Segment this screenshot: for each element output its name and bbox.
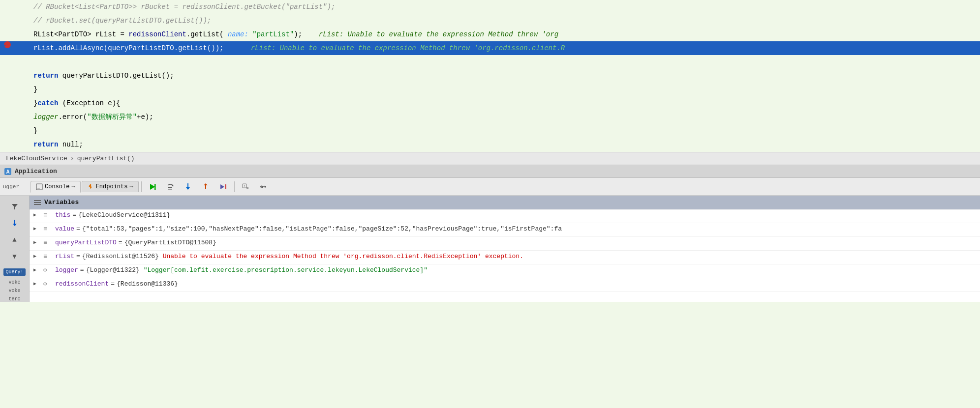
code-text: return queryPartListDTO.getList(); [30, 72, 980, 80]
debug-left-sidebar: ▲ ▼ Query! voke voke terc [0, 196, 30, 302]
svg-marker-4 [150, 184, 155, 190]
invoke-label1: voke [8, 280, 20, 285]
code-text: // rBucket.set(queryPartListDTO.getList(… [30, 17, 980, 25]
svg-rect-22 [14, 220, 15, 224]
svg-text:_: _ [37, 185, 40, 189]
code-line: } [0, 124, 980, 138]
invoke-label2: voke [8, 288, 20, 293]
scroll-up-button[interactable]: ▲ [8, 233, 22, 247]
var-expand-rList[interactable] [33, 253, 43, 259]
code-editor: // RBucket<List<PartDTO>> rBucket = redi… [0, 0, 980, 152]
var-icon-redissonClient: ⚙ [43, 280, 53, 288]
debug-toolbar: ugger _ Console → Endpoints → [0, 178, 980, 196]
step-over-button[interactable] [162, 181, 179, 193]
var-name-redissonClient: redissonClient [55, 280, 109, 288]
code-text: RList<PartDTO> rList = redissonClient.ge… [30, 30, 980, 38]
breadcrumb-service: LekeCloudService [6, 155, 67, 162]
var-row-redissonClient: ⚙ redissonClient = {Redisson@11336} [30, 278, 980, 292]
app-icon: A [4, 168, 12, 175]
debug-string-val: "partList" [252, 30, 294, 38]
code-text: logger.error("数据解析异常"+e); [30, 113, 980, 121]
code-text: // RBucket<List<PartDTO>> rBucket = redi… [30, 3, 980, 11]
step-out-button[interactable] [197, 181, 214, 193]
tab-console[interactable]: _ Console → [31, 181, 81, 193]
code-line: RList<PartDTO> rList = redissonClient.ge… [0, 28, 980, 41]
var-row-queryPartListDTO: queryPartListDTO = {QueryPartListDTO@115… [30, 237, 980, 251]
code-text: }catch (Exception e){ [30, 99, 980, 107]
evaluate-button[interactable]: f ≡ [237, 181, 254, 193]
var-equals-queryPartListDTO: = [119, 239, 122, 246]
svg-rect-12 [205, 185, 206, 189]
code-text: } [30, 86, 980, 93]
var-value-this: {LekeCloudService@11311} [78, 211, 170, 219]
flame-icon [87, 183, 94, 190]
svg-marker-23 [13, 224, 17, 226]
var-value-rList: {RedissonList@11526} [82, 253, 163, 260]
trace-button[interactable] [255, 181, 272, 193]
code-line [0, 55, 980, 69]
toolbar-sep-2 [234, 181, 235, 192]
var-name-value: value [55, 225, 74, 233]
code-normal: .error( [58, 113, 87, 121]
resume-button[interactable] [144, 181, 161, 193]
current-line-arrow: → [1, 41, 6, 50]
tab-console-label: Console [45, 183, 69, 190]
console-icon: _ [36, 183, 43, 190]
code-line: // RBucket<List<PartDTO>> rBucket = redi… [0, 0, 980, 14]
variables-title: Variables [44, 199, 79, 206]
var-expand-redissonClient[interactable] [33, 280, 43, 287]
svg-marker-21 [12, 204, 18, 209]
var-row-value: value = {"total":53,"pages":1,"size":100… [30, 223, 980, 237]
code-line: return null; [0, 138, 980, 151]
var-expand-queryPartListDTO[interactable] [33, 239, 43, 245]
code-normal: } [33, 86, 37, 93]
tab-console-arrow: → [71, 183, 75, 190]
step-over-icon [166, 183, 174, 191]
query-label: Query! [3, 268, 25, 276]
var-expand-value[interactable] [33, 225, 43, 232]
var-value-value: {"total":53,"pages":1,"size":100,"hasNex… [82, 225, 562, 233]
var-equals-logger: = [80, 266, 84, 274]
var-icon-queryPartListDTO [43, 239, 53, 247]
run-cursor-icon [219, 183, 227, 191]
filter-button[interactable] [8, 200, 22, 213]
svg-marker-13 [220, 184, 224, 189]
var-expand-this[interactable] [33, 211, 43, 218]
svg-marker-10 [186, 187, 190, 190]
step-into-side-button[interactable] [8, 216, 22, 230]
svg-rect-5 [154, 184, 156, 190]
run-to-cursor-button[interactable] [215, 181, 232, 193]
method-name: redissonClient [128, 30, 186, 38]
comment-body: RBucket<List<PartDTO>> rBucket = redisso… [46, 3, 335, 11]
svg-text:A: A [6, 169, 9, 175]
svg-marker-11 [204, 183, 208, 185]
filter-icon [11, 203, 19, 210]
keyword-return: return [33, 72, 58, 80]
var-name-rList: rList [55, 253, 74, 260]
step-into-button[interactable] [180, 181, 196, 193]
debug-header-label: Application [15, 168, 57, 175]
var-value-redissonClient: {Redisson@11336} [117, 280, 178, 288]
comment-body: rBucket.set(queryPartListDTO.getList()); [46, 17, 211, 25]
step-into-side-icon [11, 219, 19, 227]
svg-rect-8 [168, 189, 172, 190]
code-normal: (Exception e){ [58, 99, 120, 107]
var-equals-rList: = [76, 253, 80, 260]
debug-hint-highlighted: rList: Unable to evaluate the expression… [238, 44, 565, 52]
code-line-active: rList.addAllAsync(queryPartListDTO.getLi… [0, 41, 980, 55]
comment-text: // [33, 3, 42, 11]
svg-rect-9 [187, 183, 188, 187]
code-line: logger.error("数据解析异常"+e); [0, 110, 980, 124]
bottom-panel: ▲ ▼ Query! voke voke terc Variables this… [0, 196, 980, 302]
keyword-return2: return [33, 141, 58, 148]
var-row-rList: rList = {RedissonList@11526} Unable to e… [30, 251, 980, 264]
logger-italic: logger [33, 113, 58, 121]
code-normal: queryPartListDTO.getList(); [58, 72, 174, 80]
code-text: } [30, 127, 980, 135]
scroll-down-button[interactable]: ▼ [8, 250, 22, 263]
var-expand-logger[interactable] [33, 266, 43, 273]
tab-endpoints[interactable]: Endpoints → [82, 181, 139, 192]
code-line: return queryPartListDTO.getList(); [0, 69, 980, 83]
var-icon-value [43, 225, 53, 233]
debug-name-label: name: [228, 30, 252, 38]
